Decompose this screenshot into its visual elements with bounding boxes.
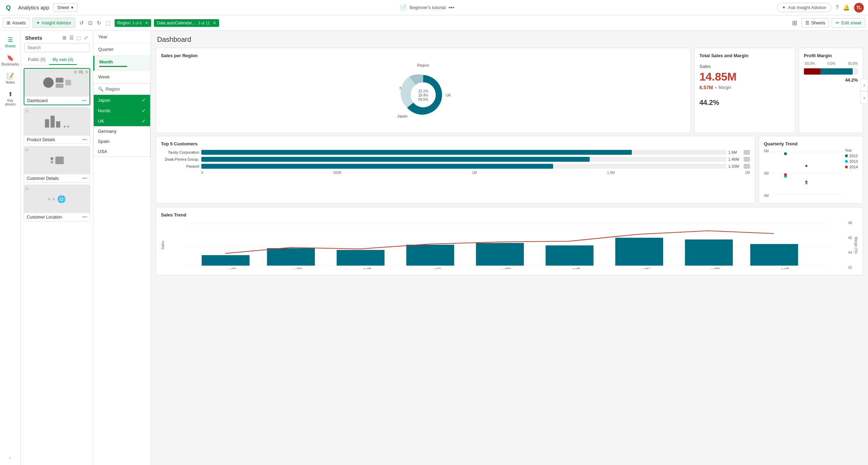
nordic-label: Nordic xyxy=(98,108,111,113)
profit-margin-title: Profit Margin xyxy=(804,53,858,58)
filter-year[interactable]: Year xyxy=(93,31,150,43)
region-chip-close[interactable]: ✕ xyxy=(145,21,148,25)
sheet-card-customer-location[interactable]: ⊡ ⊡ 🌐 ⊡ Customer Location ••• xyxy=(24,185,90,221)
sales-axis-label: Sales xyxy=(161,241,165,250)
topbar-right: ✦ Ask Insight Advisor ? 🔔 TL xyxy=(777,3,864,13)
sheets-button[interactable]: ☰ Sheets xyxy=(801,18,829,28)
region-item-nordic[interactable]: Nordic ✓ xyxy=(94,105,150,116)
location-sub-icon-2: ⊡ xyxy=(53,198,55,201)
topbar-logo: Q Analytics app xyxy=(4,2,49,14)
ask-insight-advisor-button[interactable]: ✦ Ask Insight Advisor xyxy=(777,3,831,12)
date-chip-count: 3 of 12 xyxy=(198,21,210,25)
region-filter-chip[interactable]: Region 3 of 6 ✕ xyxy=(115,19,152,27)
dashboard-label: Dashboard xyxy=(27,98,48,103)
notes-icon: 📝 xyxy=(7,73,14,80)
quarterly-title: Quarterly Trend xyxy=(764,141,858,146)
filter-quarter[interactable]: Quarter xyxy=(93,43,150,56)
dashboard-more[interactable]: ••• xyxy=(82,98,87,103)
avatar[interactable]: TL xyxy=(854,3,864,13)
icon-btn-3[interactable]: ↻ xyxy=(95,18,103,28)
icon-btn-1[interactable]: ↺ xyxy=(78,18,85,28)
sidebar-item-key-drivers[interactable]: ⬆ Key drivers xyxy=(1,89,20,108)
dashboard-title: Dashboard xyxy=(151,31,868,46)
svg-text:Q1: Q1 xyxy=(783,197,788,197)
legend-dot-2014 xyxy=(845,166,848,168)
region-item-uk[interactable]: UK ✓ xyxy=(94,116,150,126)
tab-my-own[interactable]: My own (4) xyxy=(49,55,77,65)
sidebar-item-bookmarks[interactable]: 🔖 Bookmarks xyxy=(1,52,20,68)
date-filter-chip[interactable]: Date.autoCalendar.... 3 of 12 ✕ xyxy=(154,19,219,27)
location-icon-top: ⊡ xyxy=(25,186,28,190)
customer-location-thumbnail: ⊡ ⊡ 🌐 ⊡ xyxy=(24,185,90,213)
sales-trend-title: Sales Trend xyxy=(161,212,858,218)
filter-month[interactable]: Month xyxy=(93,56,150,71)
svg-rect-29 xyxy=(406,245,454,266)
legend-dot-2012 xyxy=(845,154,848,157)
list-view-btn[interactable]: ☰ xyxy=(69,34,75,41)
region-item-germany[interactable]: Germany xyxy=(94,126,150,136)
svg-rect-30 xyxy=(476,243,524,266)
region-item-spain[interactable]: Spain xyxy=(94,136,150,146)
top5-title: Top 5 Customers xyxy=(161,141,750,146)
bookmark-icon: 🔖 xyxy=(7,54,14,62)
svg-rect-28 xyxy=(336,250,384,266)
filter-panel-container: Year Quarter Month Week 🔍 Region Japan ✓… xyxy=(93,31,151,465)
notes-nav-label: Notes xyxy=(6,81,15,84)
paracel-track xyxy=(201,164,726,169)
thumbnail-hash: #1 xyxy=(78,70,84,74)
top5-customers-card: Top 5 Customers Tandy Corporation 1.6M D… xyxy=(156,136,755,204)
sheet-card-dashboard[interactable]: ⊡ #1 ↻ Dashboard ••• xyxy=(24,68,90,105)
sidebar-item-notes[interactable]: 📝 Notes xyxy=(1,70,20,86)
sidebar-item-sheets[interactable]: ☰ Sheets xyxy=(1,34,20,50)
help-icon[interactable]: ? xyxy=(836,5,839,11)
arrow-left-icon: ← xyxy=(9,456,12,459)
filter-view-btn[interactable]: ⬚ xyxy=(76,34,82,41)
topbar-center: 📄 Beginner's tutorial ••• xyxy=(80,4,774,11)
legend-2014: 2014 xyxy=(845,165,858,169)
grid-view-btn[interactable]: ⊞ xyxy=(62,34,67,41)
notification-icon[interactable]: 🔔 xyxy=(843,4,850,11)
filter-week[interactable]: Week xyxy=(93,71,150,83)
profit-labels: -50.0% 0.0% 50.0% xyxy=(804,62,858,66)
tab-public[interactable]: Public (0) xyxy=(24,55,49,65)
sheets-nav-label: Sheets xyxy=(5,44,16,48)
profit-label-pos: 50.0% xyxy=(848,62,858,66)
customer-location-more[interactable]: ••• xyxy=(82,214,87,220)
more-options-icon[interactable]: ••• xyxy=(449,5,455,11)
customer-location-label: Customer Location xyxy=(27,215,62,220)
sidebar: Sheets ⊞ ☰ ⬚ ⤢ Public (0) My own (4) xyxy=(21,31,93,465)
assets-button[interactable]: ⊞ Assets xyxy=(3,18,30,28)
x-label-500k: 500K xyxy=(334,171,342,175)
icon-btn-4[interactable]: ⬚ xyxy=(104,18,112,28)
expand-view-btn[interactable]: ⤢ xyxy=(83,34,89,41)
deak-mini xyxy=(744,157,750,162)
icon-btn-2[interactable]: ⊡ xyxy=(87,18,94,28)
q-y-6m: 6M xyxy=(764,149,769,153)
key-drivers-icon: ⬆ xyxy=(8,91,13,98)
bar-row-tandy: Tandy Corporation 1.6M xyxy=(161,150,750,155)
sheet-card-product-details[interactable]: ⊡ Product Details ••• xyxy=(24,107,90,144)
sheet-card-customer-details[interactable]: ⊡ Customer Details ••• xyxy=(24,146,90,183)
tutorial-label[interactable]: Beginner's tutorial xyxy=(410,5,446,10)
insight-advisor-tab[interactable]: ✦ Insight Advisor xyxy=(32,18,75,28)
customer-details-more[interactable]: ••• xyxy=(82,176,87,181)
kpi-margin-pct-value: 44.2% xyxy=(699,99,719,106)
date-chip-close[interactable]: ✕ xyxy=(213,21,216,25)
region-item-japan[interactable]: Japan ✓ xyxy=(94,95,150,105)
top5-x-labels: 0 500K 1M 1.5M 2M xyxy=(201,171,750,175)
filter-chips: ↺ ⊡ ↻ ⬚ xyxy=(78,18,112,28)
product-details-more[interactable]: ••• xyxy=(82,137,87,142)
region-item-usa[interactable]: USA xyxy=(94,146,150,157)
edit-sheet-button[interactable]: ✏ Edit sheet xyxy=(832,18,865,28)
customer-icon-top: ⊡ xyxy=(25,148,28,152)
ask-insight-label: Ask Insight Advisor xyxy=(788,5,826,10)
sheet-selector[interactable]: Sheet ▾ xyxy=(53,3,77,12)
next-arrow[interactable]: › xyxy=(860,91,868,104)
legend-2012: 2012 xyxy=(845,154,858,158)
grid-view-icon[interactable]: ⊞ xyxy=(791,18,799,28)
search-input[interactable] xyxy=(24,43,90,52)
svg-rect-31 xyxy=(545,245,593,266)
collapse-icon[interactable]: ← xyxy=(1,453,20,462)
germany-label: Germany xyxy=(98,129,116,134)
prev-arrow[interactable]: ‹ xyxy=(860,79,868,91)
